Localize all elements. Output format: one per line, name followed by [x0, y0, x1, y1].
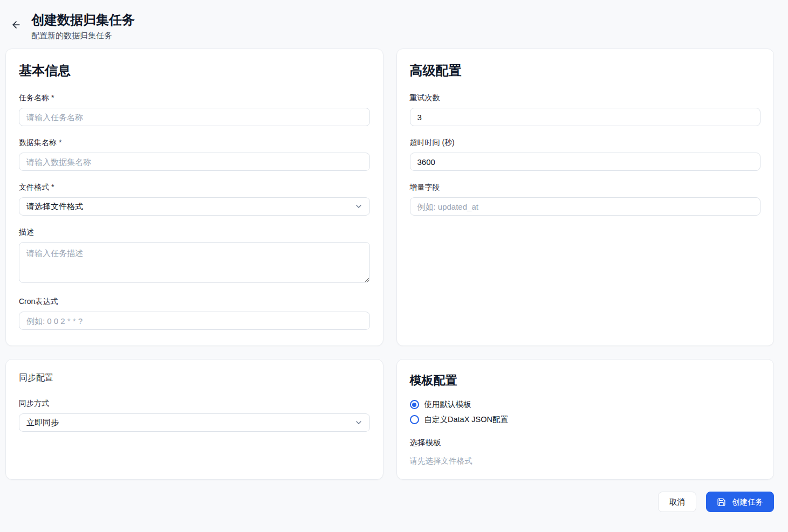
advanced-config-title: 高级配置 — [410, 62, 761, 79]
template-config-card: 模板配置 使用默认模板 自定义DataX JSON配置 选择模板 请先选择文件格… — [396, 359, 775, 480]
basic-info-title: 基本信息 — [19, 62, 370, 79]
dataset-name-label: 数据集名称 * — [19, 138, 370, 148]
advanced-config-card: 高级配置 重试次数 超时时间 (秒) 增量字段 — [396, 49, 775, 346]
task-name-field: 任务名称 * — [19, 93, 370, 126]
sync-method-selected-value: 立即同步 — [26, 418, 59, 428]
cron-input[interactable] — [19, 312, 370, 330]
description-textarea[interactable] — [19, 242, 370, 283]
create-task-button-label: 创建任务 — [732, 497, 763, 507]
select-template-hint: 请先选择文件格式 — [410, 456, 761, 466]
file-format-selected-value: 请选择文件格式 — [26, 202, 83, 212]
chevron-down-icon — [354, 418, 363, 427]
task-name-label: 任务名称 * — [19, 93, 370, 103]
cancel-button[interactable]: 取消 — [658, 492, 696, 512]
radio-checked-icon — [410, 400, 419, 409]
template-config-title: 模板配置 — [410, 372, 761, 389]
arrow-left-icon — [11, 19, 22, 30]
footer-actions: 取消 创建任务 — [0, 492, 774, 512]
incremental-field: 增量字段 — [410, 183, 761, 216]
header-text: 创建数据归集任务 配置新的数据归集任务 — [31, 12, 135, 41]
retry-count-label: 重试次数 — [410, 93, 761, 103]
file-format-field: 文件格式 * 请选择文件格式 — [19, 183, 370, 216]
sync-method-label: 同步方式 — [19, 399, 370, 409]
radio-unchecked-icon — [410, 415, 419, 424]
timeout-input[interactable] — [410, 153, 761, 171]
radio-default-template[interactable]: 使用默认模板 — [410, 399, 761, 410]
create-task-button[interactable]: 创建任务 — [706, 492, 774, 512]
page-header: 创建数据归集任务 配置新的数据归集任务 — [0, 0, 788, 49]
incremental-input[interactable] — [410, 197, 761, 216]
file-format-label: 文件格式 * — [19, 183, 370, 192]
form-grid-row-1: 基本信息 任务名称 * 数据集名称 * 文件格式 * 请选择文件格式 描述 Cr… — [5, 49, 774, 346]
radio-custom-datax-json[interactable]: 自定义DataX JSON配置 — [410, 414, 761, 425]
timeout-label: 超时时间 (秒) — [410, 138, 761, 148]
sync-method-field: 同步方式 立即同步 — [19, 399, 370, 432]
dataset-name-field: 数据集名称 * — [19, 138, 370, 171]
radio-custom-datax-json-label: 自定义DataX JSON配置 — [424, 414, 509, 425]
chevron-down-icon — [354, 202, 363, 211]
select-template-label: 选择模板 — [410, 438, 761, 448]
sync-method-select[interactable]: 立即同步 — [19, 413, 370, 432]
cron-field: Cron表达式 — [19, 297, 370, 330]
incremental-label: 增量字段 — [410, 183, 761, 192]
retry-count-field: 重试次数 — [410, 93, 761, 126]
page-title: 创建数据归集任务 — [31, 12, 135, 28]
back-button[interactable] — [8, 16, 25, 33]
cron-label: Cron表达式 — [19, 297, 370, 307]
retry-count-input[interactable] — [410, 108, 761, 126]
form-grid-row-2: 同步配置 同步方式 立即同步 模板配置 使用默认模板 自定义DataX JSON… — [5, 359, 774, 480]
description-field: 描述 — [19, 227, 370, 285]
radio-default-template-label: 使用默认模板 — [424, 399, 471, 410]
timeout-field: 超时时间 (秒) — [410, 138, 761, 171]
page-subtitle: 配置新的数据归集任务 — [31, 31, 135, 41]
file-format-select[interactable]: 请选择文件格式 — [19, 197, 370, 216]
description-label: 描述 — [19, 227, 370, 237]
sync-config-title: 同步配置 — [19, 372, 370, 384]
task-name-input[interactable] — [19, 108, 370, 126]
dataset-name-input[interactable] — [19, 153, 370, 171]
save-icon — [717, 498, 726, 507]
basic-info-card: 基本信息 任务名称 * 数据集名称 * 文件格式 * 请选择文件格式 描述 Cr… — [5, 49, 383, 346]
sync-config-card: 同步配置 同步方式 立即同步 — [5, 359, 383, 480]
